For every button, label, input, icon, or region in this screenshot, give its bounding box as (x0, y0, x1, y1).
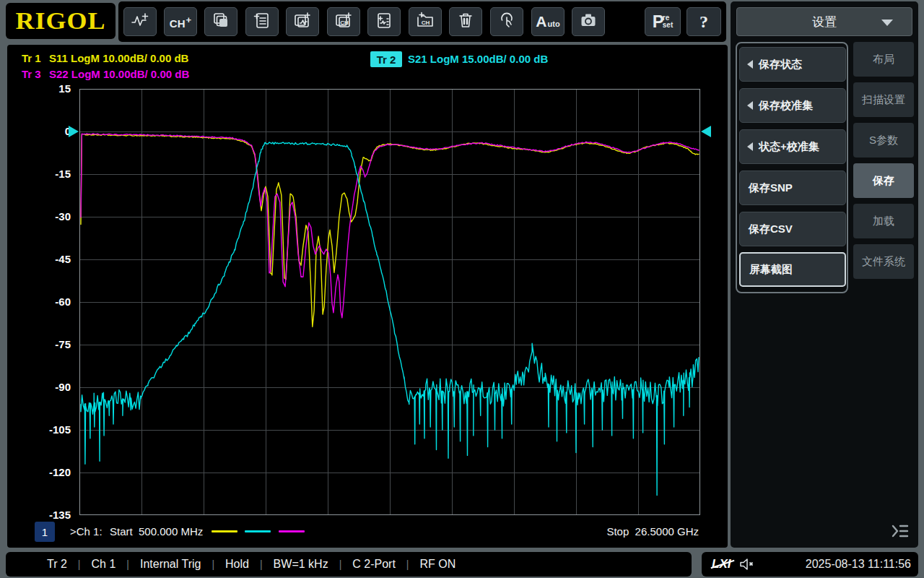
chevron-left-icon (747, 142, 753, 151)
graticule (79, 89, 700, 515)
layers-wave-plus-icon (293, 11, 312, 33)
y-tick-label: -45 (17, 252, 71, 267)
touch-icon (497, 11, 516, 33)
clipboard-wave-icon (375, 11, 393, 33)
trace3-color-swatch (279, 530, 305, 532)
reference-level-marker-right[interactable] (701, 126, 711, 137)
y-tick-label: -105 (17, 423, 71, 437)
camera-icon (579, 11, 598, 33)
y-tick-label: -90 (17, 380, 71, 394)
status-item: Hold (225, 558, 249, 571)
screenshot-button[interactable] (572, 7, 605, 36)
channel-badge[interactable]: 1 (35, 522, 55, 542)
delete-button[interactable] (449, 7, 482, 36)
wave-plus-icon (131, 11, 149, 33)
chevron-down-icon (881, 20, 893, 26)
trace3-detail[interactable]: S22 LogM 10.00dB/ 0.00 dB (49, 68, 189, 82)
trace2-detail[interactable]: S21 LogM 15.00dB/ 0.00 dB (408, 53, 548, 67)
help-button[interactable]: ? (687, 7, 721, 36)
menu-header-dropdown[interactable]: 设置 (736, 7, 912, 36)
folder-channel-button[interactable]: CH (409, 7, 442, 36)
collapse-menu-icon (891, 523, 910, 542)
chevron-left-icon (747, 101, 753, 110)
menu-panel: 设置 保存状态 保存校准集 状态+校准集 保存SNP 保存CSV 屏幕截图 布局… (731, 1, 918, 548)
ch-label: CH (170, 17, 186, 30)
start-frequency-label[interactable]: Start 500.000 MHz (110, 525, 203, 538)
status-item: Internal Trig (140, 558, 201, 571)
trace1-id[interactable]: Tr 1 (22, 52, 41, 66)
trace3-id[interactable]: Tr 3 (22, 68, 41, 82)
document-plus-icon (253, 11, 271, 33)
separator: | (78, 558, 81, 570)
auto-label-big: A (536, 13, 546, 30)
trace1-detail[interactable]: S11 LogM 10.00dB/ 0.00 dB (49, 52, 188, 66)
svg-text:CH: CH (340, 20, 349, 26)
menu-title: 设置 (812, 14, 837, 30)
submenu-state-cal[interactable]: 状态+校准集 (739, 129, 846, 164)
copy-trace-button[interactable] (286, 7, 319, 36)
toolbar: CH+ CH CH Auto P (118, 1, 726, 42)
system-bar: LXI 2025-08-13 11:11:56 (702, 552, 918, 577)
separator: | (212, 558, 214, 570)
rigol-logo: RIGOL (6, 3, 116, 39)
tab-sweep-setup[interactable]: 扫描设置 (853, 82, 914, 117)
layers-icon (212, 11, 230, 33)
submenu-save-state[interactable]: 保存状态 (739, 47, 846, 82)
y-tick-label: 15 (17, 82, 71, 96)
copy-window-button[interactable] (204, 7, 237, 36)
plot-area: Tr 1 S11 LogM 10.00dB/ 0.00 dB Tr 3 S22 … (7, 45, 728, 548)
y-tick-label: -60 (17, 295, 71, 309)
preset-label-bottom: set (663, 22, 673, 29)
submenu-save-snp[interactable]: 保存SNP (739, 171, 846, 205)
help-icon: ? (699, 12, 708, 32)
new-report-button[interactable] (245, 7, 279, 36)
separator: | (126, 558, 129, 570)
submenu-save-csv[interactable]: 保存CSV (739, 212, 846, 246)
y-tick-label: -15 (17, 167, 71, 181)
preset-button[interactable]: P reset (645, 7, 681, 36)
auto-label-small: uto (548, 20, 560, 28)
y-tick-label: -120 (17, 465, 71, 480)
speaker-muted-icon[interactable] (739, 558, 755, 571)
submenu-save-cal[interactable]: 保存校准集 (739, 88, 846, 123)
tab-load[interactable]: 加载 (853, 204, 914, 238)
stop-frequency-label[interactable]: Stop 26.5000 GHz (606, 525, 699, 538)
y-tick-label: -30 (17, 210, 71, 224)
status-items: Tr 2|Ch 1|Internal Trig|Hold|BW=1 kHz|C … (47, 558, 456, 571)
channel-footer: 1 >Ch 1: Start 500.000 MHz Stop 26.5000 … (7, 520, 728, 542)
reference-level-marker-left[interactable] (69, 126, 79, 137)
add-trace-button[interactable] (123, 7, 157, 36)
status-item: Ch 1 (92, 558, 116, 571)
lxi-icon[interactable]: LXI (712, 557, 731, 571)
tab-save[interactable]: 保存 (853, 163, 914, 198)
separator: | (406, 558, 409, 570)
status-item: Tr 2 (47, 558, 67, 571)
y-tick-label: -75 (17, 337, 71, 352)
trash-icon (456, 11, 475, 33)
separator: | (339, 558, 342, 570)
tab-s-parameters[interactable]: S参数 (853, 123, 914, 158)
layers-ch-plus-icon: CH (334, 11, 353, 33)
collapse-menu-button[interactable] (889, 523, 911, 542)
touch-button[interactable] (490, 7, 523, 36)
tab-file-system[interactable]: 文件系统 (853, 244, 914, 279)
vna-screen: RIGOL CH+ CH CH (0, 0, 924, 578)
chevron-left-icon (747, 60, 753, 69)
plus-icon: + (186, 14, 192, 25)
add-channel-button[interactable]: CH+ (164, 7, 197, 36)
y-tick-label: 0 (17, 124, 71, 139)
channel-label: >Ch 1: (70, 525, 103, 538)
trace2-color-swatch (245, 530, 271, 532)
trace2-active-badge[interactable]: Tr 2 (370, 51, 402, 67)
clipboard-trace-button[interactable] (367, 7, 401, 36)
trace1-color-swatch (212, 530, 237, 532)
rigol-logo-text: RIGOL (15, 7, 105, 35)
datetime-label: 2025-08-13 11:11:56 (806, 558, 911, 571)
auto-scale-button[interactable]: Auto (531, 7, 565, 36)
copy-channel-button[interactable]: CH (327, 7, 360, 36)
tab-layout[interactable]: 布局 (853, 42, 914, 77)
status-item: BW=1 kHz (274, 558, 328, 571)
separator: | (260, 558, 263, 570)
status-item: C 2-Port (352, 558, 396, 571)
submenu-screenshot[interactable]: 屏幕截图 (739, 252, 846, 287)
